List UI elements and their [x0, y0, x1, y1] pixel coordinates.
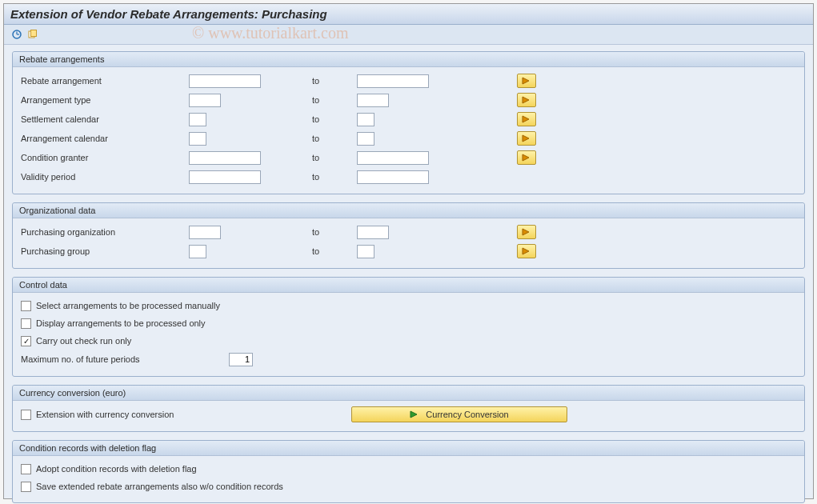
- checkbox-adopt[interactable]: [21, 464, 31, 474]
- input-rebate-arrangement-from[interactable]: [189, 74, 261, 88]
- svg-marker-9: [523, 154, 529, 161]
- row-purchasing-organization: Purchasing organization to: [21, 223, 796, 241]
- row-settlement-calendar: Settlement calendar to: [21, 110, 796, 128]
- label-check-run: Carry out check run only: [36, 336, 131, 346]
- group-header-currency: Currency conversion (euro): [13, 386, 804, 401]
- input-condition-granter-from[interactable]: [189, 151, 261, 165]
- group-header-control: Control data: [13, 278, 804, 293]
- group-rebate-arrangements: Rebate arrangements Rebate arrangement t…: [12, 51, 805, 194]
- currency-conversion-button-label: Currency Conversion: [426, 410, 508, 419]
- checkbox-save[interactable]: [21, 482, 31, 492]
- checkbox-extension-currency[interactable]: [21, 410, 31, 420]
- input-settlement-calendar-to[interactable]: [357, 113, 374, 126]
- svg-marker-12: [411, 411, 417, 418]
- checkbox-check-run[interactable]: ✓: [21, 336, 31, 346]
- input-rebate-arrangement-to[interactable]: [357, 74, 429, 88]
- row-max-periods: Maximum no. of future periods: [21, 350, 796, 368]
- input-arrangement-type-to[interactable]: [357, 94, 389, 107]
- svg-marker-8: [523, 135, 529, 142]
- group-header-org: Organizational data: [13, 203, 804, 218]
- input-arrangement-calendar-from[interactable]: [189, 132, 206, 146]
- input-max-periods[interactable]: [229, 353, 253, 366]
- application-toolbar: [4, 25, 813, 45]
- label-save: Save extended rebate arrangements also w…: [36, 482, 283, 491]
- check-check-run-row: ✓ Carry out check run only: [21, 333, 796, 349]
- to-label: to: [309, 172, 357, 182]
- group-header-condrec: Condition records with deletion flag: [13, 441, 804, 456]
- input-purchasing-group-to[interactable]: [357, 245, 374, 258]
- svg-marker-10: [523, 229, 529, 235]
- page-title: Extension of Vendor Rebate Arrangements:…: [4, 4, 813, 25]
- label-select-manual: Select arrangements to be processed manu…: [36, 301, 220, 310]
- arrow-right-icon: [410, 410, 419, 418]
- row-condition-granter: Condition granter to: [21, 149, 796, 166]
- row-arrangement-type: Arrangement type to: [21, 91, 796, 109]
- input-arrangement-type-from[interactable]: [189, 94, 221, 107]
- input-purchasing-group-from[interactable]: [189, 245, 206, 258]
- svg-rect-4: [31, 30, 37, 37]
- execute-icon[interactable]: [10, 28, 23, 41]
- label-settlement-calendar: Settlement calendar: [21, 114, 189, 124]
- group-control-data: Control data Select arrangements to be p…: [12, 277, 805, 377]
- checkbox-select-manual[interactable]: [21, 301, 31, 311]
- check-select-manual-row: Select arrangements to be processed manu…: [21, 298, 796, 314]
- check-adopt-row: Adopt condition records with deletion fl…: [21, 461, 796, 477]
- multiple-selection-button[interactable]: [517, 112, 536, 126]
- svg-marker-6: [523, 97, 529, 103]
- content-area: Rebate arrangements Rebate arrangement t…: [4, 45, 813, 504]
- label-purchasing-group: Purchasing group: [21, 246, 189, 256]
- input-validity-period-to[interactable]: [357, 170, 429, 184]
- label-extension-currency: Extension with currency conversion: [31, 410, 223, 419]
- svg-marker-5: [523, 78, 529, 84]
- to-label: to: [309, 227, 357, 237]
- label-arrangement-calendar: Arrangement calendar: [21, 134, 189, 143]
- row-currency-conversion: Extension with currency conversion Curre…: [21, 406, 796, 423]
- to-label: to: [309, 114, 357, 124]
- to-label: to: [309, 76, 357, 86]
- checkbox-display-only[interactable]: [21, 318, 31, 329]
- label-rebate-arrangement: Rebate arrangement: [21, 76, 189, 86]
- multiple-selection-button[interactable]: [517, 244, 536, 258]
- row-arrangement-calendar: Arrangement calendar to: [21, 130, 796, 147]
- label-arrangement-type: Arrangement type: [21, 95, 189, 105]
- multiple-selection-button[interactable]: [517, 150, 536, 165]
- to-label: to: [309, 153, 357, 162]
- currency-conversion-button[interactable]: Currency Conversion: [351, 406, 567, 422]
- group-header-rebate: Rebate arrangements: [13, 52, 804, 67]
- row-purchasing-group: Purchasing group to: [21, 242, 796, 260]
- label-validity-period: Validity period: [21, 172, 189, 182]
- row-validity-period: Validity period to: [21, 168, 796, 186]
- svg-marker-7: [523, 116, 529, 122]
- input-settlement-calendar-from[interactable]: [189, 113, 206, 126]
- to-label: to: [309, 134, 357, 143]
- multiple-selection-button[interactable]: [517, 225, 536, 239]
- label-adopt: Adopt condition records with deletion fl…: [36, 464, 197, 474]
- multiple-selection-button[interactable]: [517, 131, 536, 146]
- label-purchasing-organization: Purchasing organization: [21, 227, 189, 237]
- check-save-row: Save extended rebate arrangements also w…: [21, 478, 796, 494]
- group-currency-conversion: Currency conversion (euro) Extension wit…: [12, 385, 805, 432]
- group-organizational-data: Organizational data Purchasing organizat…: [12, 202, 805, 269]
- multiple-selection-button[interactable]: [517, 74, 536, 88]
- window-frame: Extension of Vendor Rebate Arrangements:…: [3, 3, 814, 499]
- label-max-periods: Maximum no. of future periods: [21, 354, 229, 364]
- row-rebate-arrangement: Rebate arrangement to: [21, 72, 796, 90]
- label-display-only: Display arrangements to be processed onl…: [36, 318, 206, 328]
- svg-marker-11: [523, 248, 529, 254]
- group-condition-records: Condition records with deletion flag Ado…: [12, 440, 805, 503]
- to-label: to: [309, 95, 357, 105]
- to-label: to: [309, 246, 357, 256]
- input-purchasing-organization-from[interactable]: [189, 226, 221, 239]
- multiple-selection-button[interactable]: [517, 93, 536, 107]
- input-purchasing-organization-to[interactable]: [357, 226, 389, 239]
- label-condition-granter: Condition granter: [21, 153, 189, 162]
- input-arrangement-calendar-to[interactable]: [357, 132, 374, 146]
- input-validity-period-from[interactable]: [189, 170, 261, 184]
- variant-icon[interactable]: [26, 28, 39, 41]
- input-condition-granter-to[interactable]: [357, 151, 429, 165]
- check-display-only-row: Display arrangements to be processed onl…: [21, 315, 796, 331]
